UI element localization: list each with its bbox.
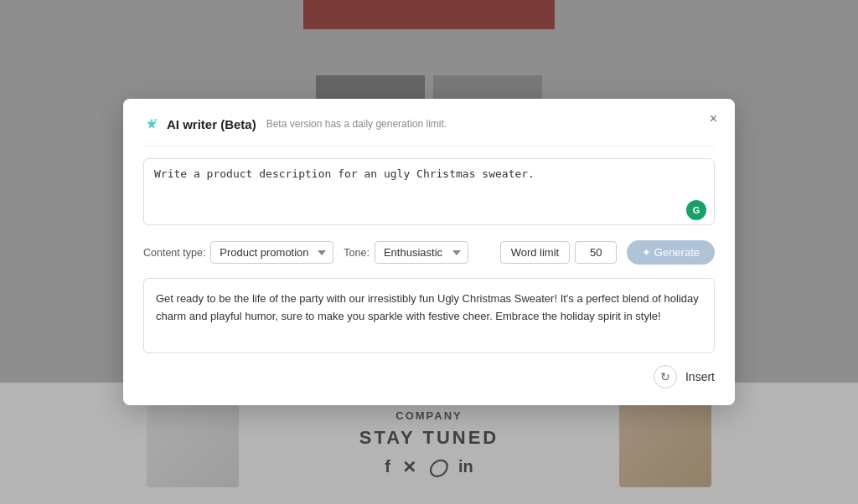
content-type-label: Content type: [143,247,205,259]
header-divider [143,146,715,147]
modal-subtitle: Beta version has a daily generation limi… [266,118,447,130]
prompt-textarea[interactable] [143,158,715,225]
svg-point-0 [154,119,158,122]
content-type-group: Content type: Product promotion Blog pos… [143,241,333,264]
refresh-button[interactable]: ↻ [654,365,677,388]
close-button[interactable]: × [706,111,721,127]
word-limit-input[interactable] [575,241,617,264]
tone-group: Tone: Enthusiastic Professional Casual F… [344,241,468,264]
modal-title: AI writer (Beta) [167,117,256,131]
output-text-area: Get ready to be the life of the party wi… [143,278,715,353]
footer-row: ↻ Insert [143,365,715,388]
ai-writer-modal: AI writer (Beta) Beta version has a dail… [123,99,735,405]
word-limit-button[interactable]: Word limit [500,241,571,264]
controls-row: Content type: Product promotion Blog pos… [143,240,715,265]
insert-button[interactable]: Insert [685,370,715,383]
refresh-icon: ↻ [660,370,670,383]
content-type-select[interactable]: Product promotion Blog post Social media… [210,241,333,264]
word-limit-group: Word limit [500,241,618,264]
ai-writer-icon [143,116,160,132]
prompt-wrapper: G [143,158,715,229]
modal-overlay: AI writer (Beta) Beta version has a dail… [0,0,858,504]
generate-button[interactable]: ✦ Generate [627,240,715,265]
modal-header: AI writer (Beta) Beta version has a dail… [143,116,715,132]
grammarly-icon: G [686,200,706,220]
tone-select[interactable]: Enthusiastic Professional Casual Formal [375,241,468,264]
tone-label: Tone: [344,247,370,259]
